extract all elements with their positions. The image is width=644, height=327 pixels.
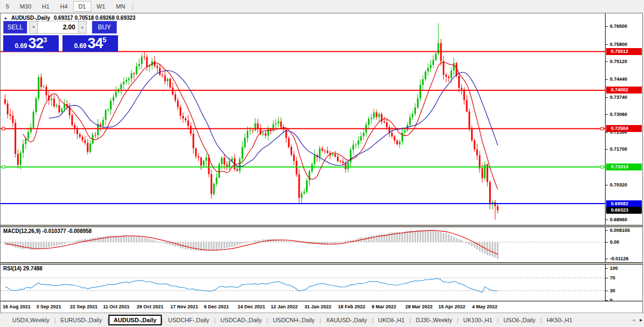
rsi-indicator-label: RSI(14) 29.7488	[3, 266, 42, 271]
buy-price-big: 34	[88, 36, 103, 51]
timeframe-button-h1[interactable]: H1	[37, 1, 55, 12]
date-axis-label: 28 Mar 2022	[405, 304, 433, 309]
chart-tab-bar: USDX,Weekly|EURUSD-,Daily|AUDUSD-,Daily|…	[0, 313, 644, 327]
timeframe-button-m30[interactable]: M30	[14, 1, 36, 12]
buy-button[interactable]: BUY	[92, 21, 117, 34]
tabbar-scroll-left-icon[interactable]: ◂	[632, 317, 635, 323]
candles	[4, 24, 499, 220]
date-axis-label: 11 Oct 2021	[103, 304, 130, 309]
price-axis: 0.765000.758000.751200.744400.737400.730…	[605, 13, 642, 301]
timeframe-button-w1[interactable]: W1	[91, 1, 111, 12]
sell-button[interactable]: SELL	[3, 21, 27, 34]
price-badge: 0.74002	[606, 87, 642, 94]
volume-input[interactable]	[38, 21, 78, 34]
rsi-pane-canvas[interactable]	[1, 264, 605, 301]
chart-tab-audusd-daily[interactable]: AUDUSD-,Daily	[108, 315, 162, 325]
hline-handle[interactable]	[2, 127, 5, 130]
date-axis-label: 3 Sep 2021	[36, 304, 61, 309]
date-axis-label: 12 Jan 2022	[271, 304, 298, 309]
volume-decrease-button[interactable]: ▼	[29, 21, 38, 34]
sell-price-pip: 3	[43, 36, 47, 44]
ma-slow-line	[49, 71, 498, 167]
timeframe-button-mn[interactable]: MN	[111, 1, 130, 12]
symbol-period-label: AUDUSD-,Daily	[11, 15, 50, 21]
chart-window: ▲ AUDUSD-,Daily 0.69317 0.70518 0.69268 …	[0, 13, 643, 313]
chart-tab-hk50-h1[interactable]: HK50-,H1	[542, 315, 577, 325]
hline-handle[interactable]	[601, 166, 603, 168]
date-axis-label: 31 Jan 2022	[304, 304, 332, 309]
price-badge: 0.71013	[606, 164, 642, 170]
price-badge: 0.75512	[606, 48, 642, 55]
timeframe-toolbar: 5M30H1H4D1W1MN	[0, 0, 644, 13]
chart-tab-usdx-weekly[interactable]: USDX,Weekly	[7, 315, 54, 325]
date-axis-label: 15 Apr 2022	[438, 304, 465, 309]
buy-price-pip: 5	[103, 36, 106, 44]
hline-handle[interactable]	[2, 166, 5, 168]
pane-divider[interactable]	[1, 262, 642, 264]
tabbar-scroll-right-icon[interactable]: ▸	[640, 317, 642, 323]
chart-tab-usdchf-daily[interactable]: USDCHF-,Daily	[163, 315, 214, 325]
timeframe-button-5[interactable]: 5	[1, 1, 14, 12]
chart-tab-dj30-weekly[interactable]: DJ30-,Weekly	[411, 315, 457, 325]
date-axis-label: 16 Aug 2021	[3, 304, 30, 309]
date-axis-label: 18 Feb 2022	[338, 304, 365, 309]
chart-tab-usdcad-daily[interactable]: USDCAD-,Daily	[216, 315, 267, 325]
chart-tab-usdcnh-daily[interactable]: USDCNH-,Daily	[268, 315, 319, 325]
price-badge: 0.72504	[606, 125, 642, 132]
chart-tab-usoil-daily[interactable]: USOil-,Daily	[499, 315, 540, 325]
chart-tab-ukoil-h1[interactable]: UKOil-,H1	[373, 315, 410, 325]
ohlc-values: 0.69317 0.70518 0.69268 0.69323	[54, 15, 136, 21]
one-click-trading-panel: SELL ▼ ▲ BUY 0.69 32 3 0.69 34 5	[3, 21, 118, 52]
volume-increase-button[interactable]: ▲	[78, 21, 87, 34]
pane-divider[interactable]	[1, 225, 642, 227]
hline-handle[interactable]	[601, 127, 603, 130]
date-axis-label: 4 May 2022	[472, 304, 498, 309]
buy-price-display[interactable]: 0.69 34 5	[62, 35, 118, 52]
collapse-triangle-icon[interactable]: ▲	[4, 16, 7, 20]
price-badge: 0.69323	[606, 207, 642, 214]
sell-price-prefix: 0.69	[15, 42, 27, 50]
sell-price-display[interactable]: 0.69 32 3	[3, 35, 59, 52]
chart-tab-uk100-h1[interactable]: UK100-,H1	[459, 315, 497, 325]
toolbar-separator	[132, 2, 133, 11]
timeframe-button-h4[interactable]: H4	[55, 1, 73, 12]
sell-price-big: 32	[28, 36, 43, 51]
tab-scroll-arrows: ◂▸	[630, 317, 642, 323]
date-axis-label: 24 Dec 2021	[238, 304, 265, 309]
chart-tab-xauusd-daily[interactable]: XAUUSD-,Daily	[321, 315, 372, 325]
date-axis-label: 17 Nov 2021	[170, 304, 198, 309]
date-axis-label: 9 Mar 2022	[372, 304, 396, 309]
date-axis: 16 Aug 20213 Sep 202122 Sep 202111 Oct 2…	[1, 301, 642, 313]
macd-indicator-label: MACD(12,26,9) -0.010377 -0.008958	[3, 228, 92, 234]
date-axis-label: 6 Dec 2021	[204, 304, 229, 309]
date-axis-label: 29 Oct 2021	[137, 304, 163, 309]
chart-title: ▲ AUDUSD-,Daily 0.69317 0.70518 0.69268 …	[4, 15, 136, 21]
date-axis-label: 22 Sep 2021	[70, 304, 98, 309]
timeframe-button-d1[interactable]: D1	[73, 1, 91, 12]
chart-tab-eurusd-daily[interactable]: EURUSD-,Daily	[56, 315, 107, 325]
buy-price-prefix: 0.69	[74, 42, 87, 50]
